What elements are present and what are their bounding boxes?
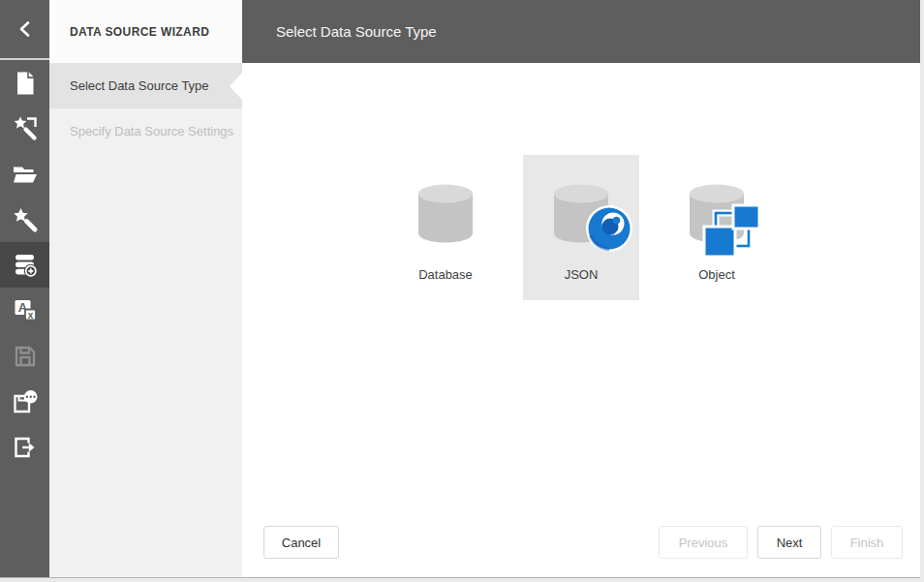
page-title: Select Data Source Type (242, 0, 920, 63)
tile-json[interactable]: JSON (523, 155, 639, 300)
tile-database[interactable]: Database (387, 155, 504, 300)
database-json-icon (522, 182, 640, 258)
svg-text:x: x (27, 309, 33, 320)
translate-icon: A x (13, 298, 38, 323)
floppy-dots-icon (13, 389, 38, 414)
toolbar-item-exit[interactable] (0, 424, 49, 470)
exit-icon (13, 435, 38, 460)
toolbar-item-new-report-via-wizard[interactable] (0, 106, 49, 151)
chevron-left-icon (13, 16, 38, 42)
tile-label: Database (418, 267, 473, 282)
tile-object[interactable]: Object (659, 155, 775, 300)
data-source-type-list: Database JSON (242, 155, 920, 300)
wizard-step-specify-data-source-settings[interactable]: Specify Data Source Settings (49, 108, 242, 154)
database-object-icon (658, 182, 776, 258)
page-icon (14, 71, 37, 96)
tile-label: JSON (565, 267, 599, 282)
magic-wand-icon (13, 207, 38, 232)
wizard-step-label: Specify Data Source Settings (70, 124, 233, 138)
designer-toolbar: A x (0, 0, 49, 577)
finish-button[interactable]: Finish (831, 526, 903, 559)
wizard-steps-panel: DATA SOURCE WIZARD Select Data Source Ty… (49, 0, 242, 577)
toolbar-item-add-data-source[interactable] (0, 242, 49, 288)
folder-open-icon (13, 162, 38, 187)
wizard-nav-buttons: Previous Next Finish (659, 526, 903, 559)
wand-frame-icon (13, 116, 38, 141)
database-icon (386, 182, 505, 258)
tile-label: Object (698, 267, 735, 282)
wizard-step-select-data-source-type[interactable]: Select Data Source Type (49, 63, 242, 108)
wizard-page: Select Data Source Type Database (242, 0, 920, 577)
database-add-icon (12, 252, 38, 278)
toolbar-item-localization[interactable]: A x (0, 288, 49, 333)
toolbar-item-new-report[interactable] (0, 60, 49, 106)
previous-button[interactable]: Previous (659, 526, 748, 559)
next-button[interactable]: Next (757, 526, 821, 559)
back-button[interactable] (0, 0, 49, 60)
wizard-step-label: Select Data Source Type (70, 78, 209, 93)
toolbar-item-save-as[interactable] (0, 379, 49, 424)
cancel-button[interactable]: Cancel (263, 526, 339, 559)
toolbar-item-open-report[interactable] (0, 151, 49, 197)
floppy-icon (13, 344, 38, 369)
toolbar-item-save[interactable] (0, 333, 49, 379)
wizard-title: DATA SOURCE WIZARD (49, 0, 242, 63)
toolbar-item-design-in-report-wizard[interactable] (0, 197, 49, 242)
data-source-wizard-window: A x (0, 0, 920, 578)
